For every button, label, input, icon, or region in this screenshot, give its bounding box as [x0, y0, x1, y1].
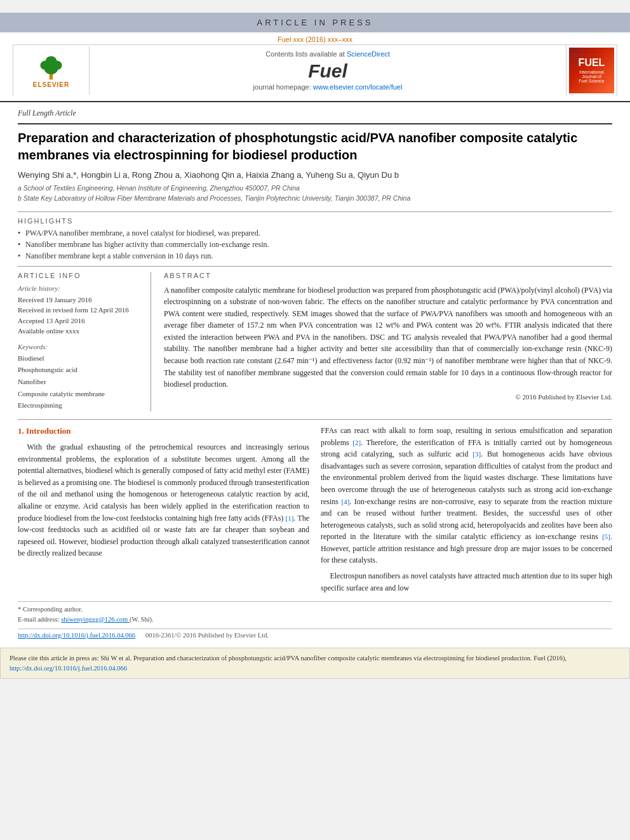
journal-center: Contents lists available at ScienceDirec… [90, 45, 566, 96]
article-type: Full Length Article [18, 109, 612, 118]
section-title: 1. Introduction [18, 425, 309, 437]
abstract-copyright: © 2016 Published by Elsevier Ltd. [164, 393, 612, 401]
homepage-label: journal homepage: [253, 83, 311, 91]
keywords-label: Keywords: [18, 343, 142, 350]
body-two-col: 1. Introduction With the gradual exhaust… [18, 425, 612, 597]
email-name: (W. Shi). [130, 616, 154, 623]
history-label: Article history: [18, 284, 142, 292]
banner-text: ARTICLE IN PRESS [257, 18, 373, 27]
keyword-1: Biodiesel [18, 352, 142, 364]
science-direct-label: Contents lists available at ScienceDirec… [96, 50, 560, 58]
ref-1-link[interactable]: [1] [286, 514, 294, 522]
highlights-section: HIGHLIGHTS PWA/PVA nanofiber membrane, a… [18, 217, 612, 261]
journal-homepage: journal homepage: www.elsevier.com/locat… [96, 83, 560, 91]
journal-title: Fuel [96, 60, 560, 82]
article-info-col: ARTICLE INFO Article history: Received 1… [18, 272, 151, 411]
article-title: Preparation and characterization of phos… [18, 130, 612, 164]
contents-label: Contents lists available at [265, 50, 345, 58]
highlights-list: PWA/PVA nanofiber membrane, a novel cata… [18, 229, 612, 261]
highlight-item-1: PWA/PVA nanofiber membrane, a novel cata… [18, 229, 612, 238]
body-left-col: 1. Introduction With the gradual exhaust… [18, 425, 309, 597]
elsevier-logo-area: ELSEVIER [13, 46, 90, 95]
science-direct-text: ScienceDirect [347, 50, 390, 58]
elsevier-tree-icon [34, 53, 69, 81]
corresponding-label: * Corresponding author. [18, 604, 612, 615]
email-text: shiwenyinggg@126.com [61, 616, 128, 623]
keyword-3: Nanofiber [18, 376, 142, 388]
svg-point-4 [46, 56, 57, 66]
revised-line: Received in revised form 12 April 2016 [18, 305, 142, 316]
footer-doi-row: http://dx.doi.org/10.1016/j.fuel.2016.04… [18, 629, 612, 639]
journal-header-section: ELSEVIER Contents lists available at Sci… [0, 44, 630, 101]
science-direct-link[interactable]: ScienceDirect [347, 50, 390, 58]
fuel-logo-title: FUEL [579, 57, 605, 69]
ref-5-link[interactable]: [5] [602, 533, 610, 540]
main-content: Full Length Article Preparation and char… [0, 101, 630, 645]
affiliation-b: b State Key Laboratory of Hollow Fiber M… [18, 194, 612, 204]
email-link[interactable]: shiwenyinggg@126.com [61, 616, 130, 623]
info-abstract-section: ARTICLE INFO Article history: Received 1… [18, 266, 612, 411]
received-line: Received 19 January 2016 [18, 295, 142, 305]
elsevier-logo-box: ELSEVIER [20, 51, 83, 90]
intro-para-right-2: Electrospun nanofibers as novel catalyst… [321, 570, 612, 594]
accepted-line: Accepted 13 April 2016 [18, 316, 142, 326]
title-divider-top [18, 123, 612, 124]
ref-2-link[interactable]: [2] [352, 439, 361, 446]
highlight-item-3: Nanofiber membrane kept a stable convers… [18, 251, 612, 261]
keyword-5: Electrospinning [18, 399, 142, 411]
fuel-logo-box: FUEL International Journal ofFuel Scienc… [569, 48, 614, 93]
keyword-2: Phosphotungstic acid [18, 364, 142, 376]
section-number: 1. [18, 426, 24, 436]
article-in-press-banner: ARTICLE IN PRESS [0, 13, 630, 32]
bottom-citation-bar: Please cite this article in press as: Sh… [0, 648, 630, 679]
email-label: E-mail address: [18, 616, 60, 623]
keyword-4: Composite catalytic membrane [18, 388, 142, 400]
citation-doi-link[interactable]: http://dx.doi.org/10.1016/j.fuel.2016.04… [10, 665, 127, 672]
highlight-item-2: Nanofiber membrane has higher activity t… [18, 240, 612, 250]
citation-doi-text: http://dx.doi.org/10.1016/j.fuel.2016.04… [10, 665, 127, 672]
authors-line: Wenying Shi a,*, Hongbin Li a, Rong Zhou… [18, 170, 612, 180]
fuel-logo-area: FUEL International Journal ofFuel Scienc… [566, 45, 617, 96]
citation-text: Please cite this article in press as: Sh… [10, 655, 566, 662]
highlights-title: HIGHLIGHTS [18, 217, 612, 225]
affiliation-a: a School of Textiles Engineering, Henan … [18, 183, 612, 194]
doi-text: http://dx.doi.org/10.1016/j.fuel.2016.04… [18, 632, 135, 639]
journal-top-row: ELSEVIER Contents lists available at Sci… [13, 44, 617, 96]
homepage-url: www.elsevier.com/locate/fuel [313, 83, 403, 91]
intro-para-right-1: FFAs can react with alkali to form soap,… [321, 425, 612, 566]
fuel-logo-sub: International Journal ofFuel Science [569, 69, 614, 84]
abstract-col: ABSTRACT A nanofiber composite catalytic… [164, 272, 612, 411]
section-title-text: Introduction [26, 426, 71, 436]
abstract-text: A nanofiber composite catalytic membrane… [164, 284, 612, 390]
journal-ref: Fuel xxx (2016) xxx–xxx [0, 32, 630, 44]
footer-note: * Corresponding author. E-mail address: … [18, 601, 612, 625]
affiliations: a School of Textiles Engineering, Henan … [18, 183, 612, 204]
body-right-col: FFAs can react with alkali to form soap,… [321, 425, 612, 597]
ref-4-link[interactable]: [4] [341, 498, 349, 505]
ref-3-link[interactable]: [3] [473, 450, 481, 458]
highlights-divider [18, 211, 612, 212]
elsevier-text: ELSEVIER [33, 81, 69, 88]
authors-text: Wenying Shi a,*, Hongbin Li a, Rong Zhou… [18, 170, 399, 180]
keywords-block: Keywords: Biodiesel Phosphotungstic acid… [18, 343, 142, 411]
body-section: 1. Introduction With the gradual exhaust… [18, 419, 612, 639]
article-info-heading: ARTICLE INFO [18, 272, 142, 279]
intro-para-left: With the gradual exhausting of the petro… [18, 441, 309, 559]
abstract-heading: ABSTRACT [164, 272, 612, 279]
email-line: E-mail address: shiwenyinggg@126.com (W.… [18, 615, 612, 625]
doi-link[interactable]: http://dx.doi.org/10.1016/j.fuel.2016.04… [18, 632, 135, 639]
journal-ref-text: Fuel xxx (2016) xxx–xxx [278, 36, 352, 43]
issn-text: 0016-2361/© 2016 Published by Elsevier L… [145, 632, 269, 639]
page: ARTICLE IN PRESS Fuel xxx (2016) xxx–xxx [0, 13, 630, 679]
available-line: Available online xxxx [18, 326, 142, 337]
article-history-block: Article history: Received 19 January 201… [18, 284, 142, 337]
